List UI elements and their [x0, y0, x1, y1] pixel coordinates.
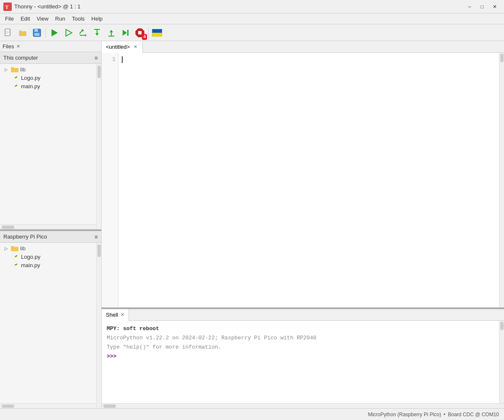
shell-scrollbar[interactable]	[499, 321, 504, 403]
svg-text:T: T	[5, 4, 9, 10]
stop-button[interactable]: 4	[133, 26, 147, 39]
editor-content[interactable]: 1	[102, 53, 504, 307]
new-icon	[4, 28, 13, 37]
step-into-icon	[92, 28, 102, 37]
title-bar-left: T Thonny - <untitled> @ 1 : 1	[3, 3, 81, 11]
shell-bottom-scrollbar[interactable]	[102, 403, 504, 408]
flag-icon	[152, 29, 162, 37]
status-port: Board CDC @ COM10	[448, 412, 499, 417]
tab-untitled-label: <untitled>	[106, 44, 130, 50]
this-computer-label: This computer	[3, 55, 38, 61]
menu-file[interactable]: File	[2, 14, 17, 24]
rpi-pico-menu-icon[interactable]: ≡	[94, 234, 98, 240]
debug-icon	[64, 28, 73, 37]
menu-help[interactable]: Help	[88, 14, 106, 24]
save-icon	[32, 28, 42, 37]
toolbar-separator-2	[148, 28, 149, 38]
list-item[interactable]: ▷ lib	[0, 66, 101, 74]
python-file-icon	[13, 253, 19, 260]
step-over-button[interactable]	[76, 26, 89, 39]
folder-lib-label: lib	[20, 66, 26, 73]
step-out-button[interactable]	[105, 26, 118, 39]
editor-scrollbar[interactable]	[499, 53, 504, 307]
minimize-button[interactable]: –	[464, 2, 475, 11]
top-files-bottom-scrollbar[interactable]	[0, 224, 101, 229]
stop-badge: 4	[142, 34, 147, 40]
open-icon	[18, 28, 27, 37]
code-editor[interactable]	[118, 53, 504, 307]
save-button[interactable]	[30, 26, 44, 39]
files-tab-label: Files	[3, 43, 14, 50]
step-into-button[interactable]	[90, 26, 104, 39]
list-item[interactable]: Logo.py	[0, 74, 101, 82]
file-main-py-label: main.py	[21, 83, 40, 89]
open-button[interactable]	[16, 26, 29, 39]
files-panel: Files ✕ This computer ≡ ▷ lib	[0, 41, 102, 408]
list-item[interactable]: main.py	[0, 82, 101, 90]
pico-folder-lib-label: lib	[20, 245, 26, 252]
menu-edit[interactable]: Edit	[17, 14, 33, 24]
svg-rect-25	[152, 33, 162, 37]
svg-marker-18	[110, 30, 113, 32]
title-text: Thonny - <untitled> @ 1 : 1	[14, 3, 81, 10]
run-button[interactable]	[47, 26, 61, 39]
step-out-icon	[107, 28, 116, 37]
status-bar: MicroPython (Raspberry Pi Pico) • Board …	[0, 408, 504, 420]
svg-rect-24	[152, 29, 162, 33]
list-item[interactable]: ▷ lib	[0, 244, 101, 252]
tab-untitled[interactable]: <untitled> ✕	[102, 41, 143, 53]
files-tab-close[interactable]: ✕	[16, 44, 20, 49]
app-icon: T	[3, 3, 12, 11]
svg-marker-13	[85, 34, 87, 37]
this-computer-menu-icon[interactable]: ≡	[94, 55, 98, 61]
title-bar-controls: – □ ✕	[464, 2, 501, 11]
list-item[interactable]: main.py	[0, 261, 101, 269]
resume-icon	[121, 28, 130, 37]
expand-icon: ▷	[3, 246, 9, 252]
shell-line-3: Type "help()" for more information.	[107, 343, 496, 352]
main-layout: Files ✕ This computer ≡ ▷ lib	[0, 41, 504, 408]
toolbar: 4	[0, 24, 504, 41]
menu-bar: File Edit View Run Tools Help	[0, 13, 504, 24]
shell-panel: Shell ✕ MPY: soft reboot MicroPython v1.…	[102, 307, 504, 408]
top-files-section: This computer ≡ ▷ lib	[0, 52, 101, 231]
bottom-files-scrollbar[interactable]	[96, 243, 101, 408]
top-files-scrollbar[interactable]	[96, 64, 101, 229]
rpi-pico-file-tree: ▷ lib Logo.py	[0, 243, 101, 403]
list-item[interactable]: Logo.py	[0, 252, 101, 261]
shell-prompt: >>>	[107, 353, 120, 360]
bottom-files-section: Raspberry Pi Pico ≡ ▷ lib	[0, 231, 101, 408]
menu-run[interactable]: Run	[52, 14, 68, 24]
bottom-files-bottom-scrollbar[interactable]	[0, 403, 101, 408]
files-tab[interactable]: Files ✕	[0, 41, 101, 52]
tab-shell[interactable]: Shell ✕	[102, 309, 129, 321]
python-file-icon	[13, 262, 19, 268]
rpi-pico-label: Raspberry Pi Pico	[3, 234, 47, 240]
text-cursor	[122, 56, 123, 63]
new-button[interactable]	[2, 26, 15, 39]
line-number-1: 1	[102, 55, 116, 63]
pico-file-main-py-label: main.py	[21, 262, 40, 268]
svg-rect-23	[138, 31, 142, 34]
this-computer-file-tree: ▷ lib Logo.py	[0, 64, 101, 224]
flag-button[interactable]	[150, 26, 164, 39]
status-interpreter: MicroPython (Raspberry Pi Pico)	[368, 412, 441, 417]
menu-view[interactable]: View	[33, 14, 52, 24]
debug-button[interactable]	[62, 26, 75, 39]
shell-content[interactable]: MPY: soft reboot MicroPython v1.22.2 on …	[102, 321, 504, 403]
tab-untitled-close[interactable]: ✕	[132, 44, 138, 50]
folder-icon	[11, 67, 18, 73]
python-file-icon	[13, 83, 19, 89]
svg-rect-21	[127, 30, 129, 36]
scrollbar-thumb	[103, 404, 116, 408]
close-button[interactable]: ✕	[489, 2, 501, 11]
title-bar: T Thonny - <untitled> @ 1 : 1 – □ ✕	[0, 0, 504, 13]
maximize-button[interactable]: □	[476, 2, 488, 11]
resume-button[interactable]	[119, 26, 132, 39]
menu-tools[interactable]: Tools	[68, 14, 88, 24]
svg-marker-15	[95, 33, 99, 36]
shell-tab-close[interactable]: ✕	[121, 312, 124, 318]
status-separator: •	[444, 412, 445, 417]
scrollbar-thumb	[2, 226, 14, 229]
scrollbar-thumb	[500, 54, 504, 62]
